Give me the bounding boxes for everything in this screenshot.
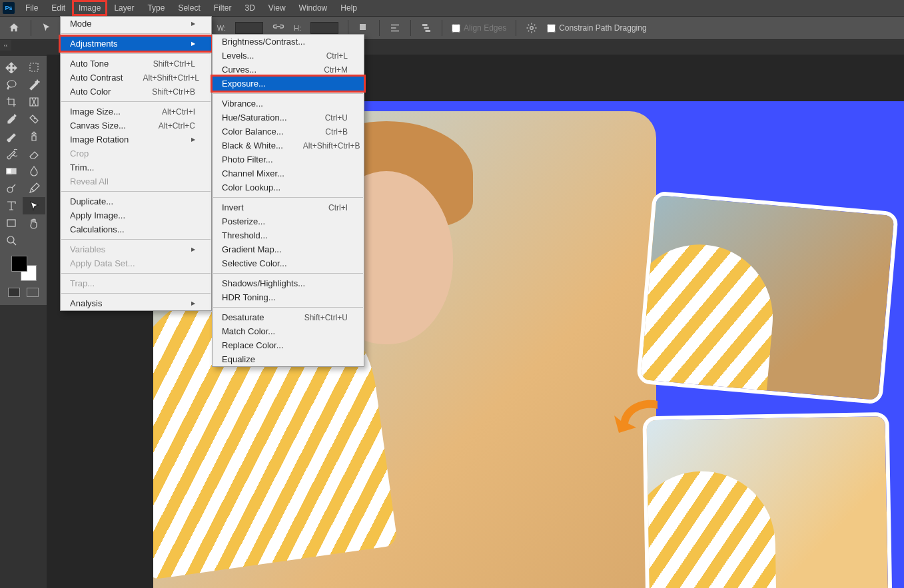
menu-layer[interactable]: Layer: [107, 0, 141, 16]
menu-help[interactable]: Help: [334, 0, 364, 16]
adjust-menu-selective-color[interactable]: Selective Color...: [213, 256, 364, 270]
menu-select[interactable]: Select: [171, 0, 207, 16]
image-menu-variables: Variables: [61, 242, 211, 256]
arrow-icon: [611, 394, 664, 434]
tool-history-brush[interactable]: [0, 145, 23, 162]
arrange-icon[interactable]: [420, 22, 432, 34]
svg-point-1: [530, 27, 534, 30]
color-swatches[interactable]: [10, 254, 37, 281]
image-menu-image-rotation[interactable]: Image Rotation: [61, 133, 211, 147]
image-menu-crop: Crop: [61, 147, 211, 160]
svg-rect-0: [360, 24, 366, 30]
path-ops-icon[interactable]: [358, 22, 370, 34]
height-label: H:: [294, 24, 301, 32]
tool-artboard[interactable]: [23, 59, 45, 76]
width-field[interactable]: [235, 22, 263, 34]
tool-gradient[interactable]: [0, 162, 23, 180]
thumbnail-top: [636, 190, 899, 404]
standard-mode-button[interactable]: [8, 288, 20, 297]
image-menu-apply-image[interactable]: Apply Image...: [61, 208, 211, 222]
image-menu-image-size[interactable]: Image Size...Alt+Ctrl+I: [61, 105, 211, 119]
tool-hand[interactable]: [23, 214, 45, 232]
home-icon[interactable]: [7, 22, 21, 34]
image-menu-auto-contrast[interactable]: Auto ContrastAlt+Shift+Ctrl+L: [61, 71, 211, 85]
menu-image[interactable]: Image: [72, 0, 107, 16]
adjust-menu-hue-saturation[interactable]: Hue/Saturation...Ctrl+U: [213, 111, 364, 125]
quickmask-mode-button[interactable]: [27, 288, 39, 297]
adjust-menu-exposure[interactable]: Exposure...: [213, 77, 364, 91]
menu-edit[interactable]: Edit: [45, 0, 72, 16]
image-menu-adjustments[interactable]: Adjustments: [61, 37, 211, 51]
adjust-menu-color-lookup[interactable]: Color Lookup...: [213, 180, 364, 194]
adjust-menu-shadows-highlights[interactable]: Shadows/Highlights...: [213, 276, 364, 290]
adjust-menu-equalize[interactable]: Equalize: [213, 352, 364, 366]
adjustments-submenu: Brightness/Contrast...Levels...Ctrl+LCur…: [212, 34, 364, 367]
image-menu-mode[interactable]: Mode: [61, 17, 211, 31]
tool-frame[interactable]: [23, 93, 45, 111]
adjust-menu-curves[interactable]: Curves...Ctrl+M: [213, 63, 364, 77]
align-icon[interactable]: [389, 22, 401, 34]
foreground-color-swatch[interactable]: [11, 256, 27, 272]
width-label: W:: [217, 24, 226, 32]
image-menu-analysis[interactable]: Analysis: [61, 296, 211, 310]
adjust-menu-levels[interactable]: Levels...Ctrl+L: [213, 49, 364, 63]
svg-point-7: [7, 236, 14, 243]
thumbnail-bottom: [642, 412, 892, 588]
menu-window[interactable]: Window: [292, 0, 334, 16]
image-menu: ModeAdjustmentsAuto ToneShift+Ctrl+LAuto…: [60, 16, 212, 311]
image-menu-duplicate[interactable]: Duplicate...: [61, 194, 211, 208]
adjust-menu-hdr-toning[interactable]: HDR Toning...: [213, 290, 364, 304]
menu-3d[interactable]: 3D: [238, 0, 261, 16]
tool-magic-wand[interactable]: [23, 76, 45, 93]
adjust-menu-gradient-map[interactable]: Gradient Map...: [213, 242, 364, 256]
tool-type[interactable]: [0, 197, 23, 214]
tool-eraser[interactable]: [23, 145, 45, 162]
adjust-menu-vibrance[interactable]: Vibrance...: [213, 97, 364, 111]
align-edges-toggle[interactable]: Align Edges: [452, 23, 506, 33]
constrain-toggle[interactable]: Constrain Path Dragging: [547, 23, 646, 33]
menu-file[interactable]: File: [19, 0, 45, 16]
adjust-menu-posterize[interactable]: Posterize...: [213, 214, 364, 228]
menu-filter[interactable]: Filter: [207, 0, 238, 16]
panel-collapse-strip[interactable]: ‹‹: [0, 40, 11, 51]
image-menu-calculations[interactable]: Calculations...: [61, 222, 211, 236]
adjust-menu-desaturate[interactable]: DesaturateShift+Ctrl+U: [213, 310, 364, 324]
image-menu-trim[interactable]: Trim...: [61, 160, 211, 174]
adjust-menu-color-balance[interactable]: Color Balance...Ctrl+B: [213, 125, 364, 139]
image-menu-canvas-size[interactable]: Canvas Size...Alt+Ctrl+C: [61, 119, 211, 133]
tool-pen[interactable]: [23, 180, 45, 197]
adjust-menu-channel-mixer[interactable]: Channel Mixer...: [213, 166, 364, 180]
height-field[interactable]: [310, 22, 338, 34]
adjust-menu-black-white[interactable]: Black & White...Alt+Shift+Ctrl+B: [213, 139, 364, 152]
tool-healing[interactable]: [23, 111, 45, 128]
adjust-menu-match-color[interactable]: Match Color...: [213, 324, 364, 338]
image-menu-auto-color[interactable]: Auto ColorShift+Ctrl+B: [61, 85, 211, 99]
image-menu-trap: Trap...: [61, 276, 211, 290]
svg-point-5: [7, 187, 13, 192]
menu-view[interactable]: View: [262, 0, 292, 16]
adjust-menu-threshold[interactable]: Threshold...: [213, 228, 364, 242]
tool-lasso[interactable]: [0, 76, 23, 93]
tool-move[interactable]: [0, 59, 23, 76]
tool-eyedropper[interactable]: [0, 111, 23, 128]
adjust-menu-invert[interactable]: InvertCtrl+I: [213, 200, 364, 214]
svg-rect-4: [7, 168, 11, 174]
image-menu-apply-data-set: Apply Data Set...: [61, 256, 211, 270]
tool-dodge[interactable]: [0, 180, 23, 197]
tool-clone[interactable]: [23, 128, 45, 145]
adjust-menu-brightness-contrast[interactable]: Brightness/Contrast...: [213, 35, 364, 49]
image-menu-auto-tone[interactable]: Auto ToneShift+Ctrl+L: [61, 57, 211, 71]
tool-path-select[interactable]: [23, 197, 45, 214]
arrow-cursor-icon[interactable]: [41, 22, 53, 34]
tool-crop[interactable]: [0, 93, 23, 111]
gear-icon[interactable]: [526, 22, 538, 34]
menu-type[interactable]: Type: [141, 0, 171, 16]
tool-rectangle[interactable]: [0, 214, 23, 232]
adjust-menu-photo-filter[interactable]: Photo Filter...: [213, 152, 364, 166]
tool-blur[interactable]: [23, 162, 45, 180]
svg-rect-6: [7, 220, 15, 226]
link-icon[interactable]: [272, 22, 284, 34]
tool-zoom[interactable]: [0, 232, 23, 249]
adjust-menu-replace-color[interactable]: Replace Color...: [213, 338, 364, 352]
tool-brush[interactable]: [0, 128, 23, 145]
